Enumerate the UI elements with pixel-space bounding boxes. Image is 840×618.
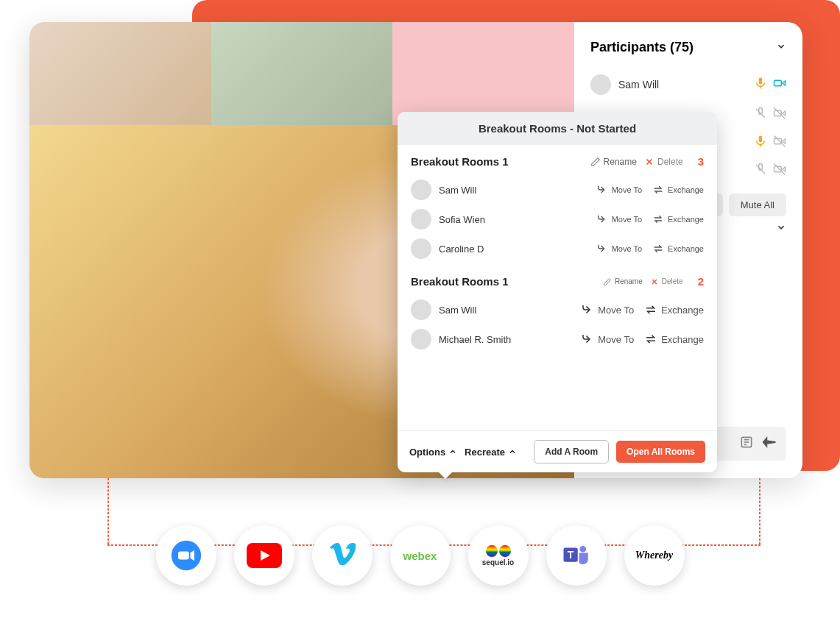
mic-on-icon[interactable]	[754, 77, 767, 93]
vimeo-icon[interactable]	[312, 525, 373, 586]
exchange-button[interactable]: Exchange	[652, 184, 704, 196]
mic-on-icon[interactable]	[754, 135, 767, 151]
svg-rect-26	[178, 552, 189, 560]
move-to-button[interactable]: Move To	[596, 213, 642, 225]
exchange-button[interactable]: Exchange	[644, 333, 704, 346]
chevron-down-icon[interactable]	[776, 222, 786, 235]
member-row: Sam Will Move To Exchange	[411, 175, 704, 205]
zoom-icon[interactable]	[156, 525, 216, 586]
mic-off-icon[interactable]	[754, 107, 767, 123]
svg-marker-5	[783, 111, 786, 116]
member-row: Michael R. Smith Move To Exchange	[411, 324, 704, 354]
svg-line-6	[774, 108, 786, 119]
member-name: Caroline D	[439, 244, 589, 255]
svg-marker-13	[783, 167, 786, 171]
avatar	[411, 238, 431, 259]
participant-row[interactable]: Sam Will	[590, 68, 786, 101]
avatar	[411, 299, 431, 320]
mute-all-button[interactable]: Mute All	[729, 193, 786, 216]
video-thumbnails-row	[29, 22, 574, 125]
member-name: Sofia Wien	[439, 214, 589, 225]
room-count: 3	[698, 155, 704, 168]
participant-name: Sam Will	[618, 79, 747, 90]
delete-label: Delete	[657, 157, 683, 167]
svg-point-32	[579, 546, 586, 553]
chevron-down-icon[interactable]	[776, 41, 786, 54]
room-title: Breakout Rooms 1	[411, 275, 596, 288]
mic-off-icon[interactable]	[754, 163, 767, 179]
camera-on-icon[interactable]	[773, 77, 786, 93]
member-row: Sam Will Move To Exchange	[411, 295, 704, 324]
youtube-icon[interactable]	[234, 525, 294, 586]
svg-line-14	[774, 164, 786, 175]
camera-off-icon[interactable]	[773, 163, 786, 179]
rename-button[interactable]: Rename	[590, 157, 637, 167]
delete-button[interactable]: Delete	[644, 157, 683, 167]
breakout-room: Breakout Rooms 1 Rename Delete 2 Sam Wil…	[411, 275, 704, 354]
delete-label: Delete	[662, 277, 683, 285]
open-all-rooms-button[interactable]: Open All Rooms	[616, 441, 705, 463]
sequel-label: sequel.io	[482, 558, 514, 566]
webex-label: webex	[403, 550, 437, 562]
breakout-rooms-modal: Breakout Rooms - Not Started Breakout Ro…	[398, 112, 717, 472]
participants-header[interactable]: Participants (75)	[590, 40, 786, 55]
video-tile[interactable]	[392, 22, 574, 125]
whereby-label: Whereby	[635, 550, 673, 561]
avatar	[411, 329, 431, 349]
svg-marker-20	[763, 438, 776, 447]
exchange-button[interactable]: Exchange	[652, 213, 704, 225]
rename-label: Rename	[604, 157, 637, 167]
move-to-button[interactable]: Move To	[581, 333, 634, 346]
rename-button[interactable]: Rename	[603, 277, 643, 286]
move-to-button[interactable]: Move To	[581, 303, 634, 316]
member-name: Sam Will	[439, 305, 573, 316]
member-row: Caroline D Move To Exchange	[411, 234, 704, 263]
attachment-icon[interactable]	[739, 435, 754, 452]
modal-body: Breakout Rooms 1 Rename Delete 3 Sam Wil…	[398, 145, 717, 430]
camera-off-icon[interactable]	[773, 107, 786, 123]
participants-title: Participants (75)	[590, 40, 693, 55]
svg-line-3	[756, 109, 765, 118]
svg-line-11	[756, 165, 765, 174]
svg-marker-9	[783, 139, 786, 143]
sequel-icon[interactable]: sequel.io	[468, 525, 529, 586]
breakout-room: Breakout Rooms 1 Rename Delete 3 Sam Wil…	[411, 155, 704, 263]
room-title: Breakout Rooms 1	[411, 155, 583, 168]
delete-button[interactable]: Delete	[650, 277, 683, 286]
modal-title: Breakout Rooms - Not Started	[398, 112, 717, 145]
send-icon[interactable]	[761, 434, 777, 453]
add-room-button[interactable]: Add A Room	[534, 440, 609, 464]
status-icons	[754, 77, 786, 93]
video-tile[interactable]	[29, 22, 211, 125]
svg-text:T: T	[567, 549, 573, 561]
svg-rect-1	[774, 80, 782, 86]
avatar	[411, 180, 431, 200]
svg-line-10	[774, 136, 786, 147]
recreate-button[interactable]: Recreate	[465, 447, 517, 458]
avatar	[411, 209, 431, 230]
avatar	[590, 74, 611, 95]
member-name: Michael R. Smith	[439, 334, 573, 345]
member-name: Sam Will	[439, 185, 589, 196]
exchange-button[interactable]: Exchange	[652, 243, 704, 255]
teams-icon[interactable]: T	[546, 525, 607, 586]
move-to-button[interactable]: Move To	[596, 243, 642, 255]
modal-footer: Options Recreate Add A Room Open All Roo…	[398, 430, 717, 472]
integrations-row: webex sequel.io T Whereby	[0, 515, 840, 596]
exchange-button[interactable]: Exchange	[644, 303, 704, 316]
member-row: Sofia Wien Move To Exchange	[411, 205, 704, 234]
camera-off-icon[interactable]	[773, 135, 786, 151]
webex-icon[interactable]: webex	[390, 525, 451, 586]
svg-marker-2	[783, 81, 786, 85]
options-button[interactable]: Options	[409, 447, 457, 458]
video-tile[interactable]	[211, 22, 393, 125]
rename-label: Rename	[615, 277, 643, 285]
whereby-icon[interactable]: Whereby	[624, 525, 685, 586]
modal-pointer	[438, 472, 453, 479]
move-to-button[interactable]: Move To	[596, 184, 642, 196]
room-count: 2	[698, 275, 704, 288]
